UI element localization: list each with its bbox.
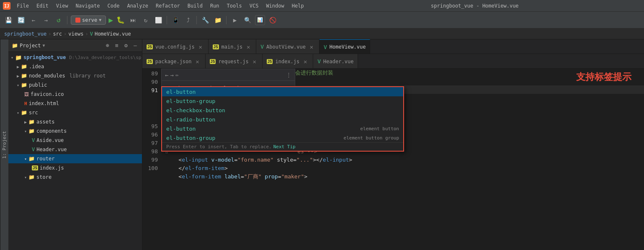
folder-btn[interactable]: 📁	[213, 15, 223, 25]
tab-requestjs-close[interactable]: ✕	[251, 58, 258, 65]
tab-packagejson[interactable]: JS package.json ✕	[142, 54, 206, 69]
settings-btn[interactable]: 🔧	[200, 15, 210, 25]
breadcrumb-project[interactable]: springboot_vue	[4, 31, 46, 37]
tab-mainjs[interactable]: JS main.js ✕	[209, 39, 256, 54]
tab-aboutview[interactable]: V AboutView.vue ✕	[256, 39, 319, 54]
tab-mainjs-close[interactable]: ✕	[245, 44, 252, 50]
tree-item-router[interactable]: ▾ 📁 router	[8, 154, 142, 163]
ac-item-elbuttongroup-desc[interactable]: el-button-group element button group	[162, 133, 403, 142]
search-btn[interactable]: 🔍	[242, 15, 252, 25]
ac-item-elbutton-desc[interactable]: el-button element button	[162, 124, 403, 133]
tree-item-index-html[interactable]: H index.html	[8, 99, 142, 108]
coverage-btn[interactable]: 📊	[255, 15, 265, 25]
gear-icon[interactable]: ⚙	[123, 42, 129, 49]
breadcrumb-views[interactable]: views	[68, 31, 83, 37]
block-btn[interactable]: 🚫	[268, 15, 278, 25]
line-num-96: 96	[142, 131, 158, 139]
scroll-from-source-icon[interactable]: ≡	[113, 42, 120, 49]
line-num-95: 95	[142, 122, 158, 131]
toolbar-sep-3	[196, 16, 197, 24]
project-header-icons: ⊕ ≡ ⚙ —	[104, 42, 139, 49]
tree-item-components[interactable]: ▾ 📁 components	[8, 126, 142, 136]
tree-item-aside[interactable]: V Aside.vue	[8, 136, 142, 145]
back-btn[interactable]: ←	[28, 15, 39, 25]
locate-file-icon[interactable]: ⊕	[104, 42, 111, 49]
folder-icon: 📁	[28, 128, 35, 134]
ac-item-elbuttongroup[interactable]: el-button-group	[162, 96, 403, 106]
doc-popup-nav: ← → ✏	[165, 72, 179, 78]
rerun-btn[interactable]: ↻	[141, 15, 151, 25]
editor-area[interactable]: 89 90 91 95 96 97 98 99 100 后台 Javabean[…	[142, 69, 644, 250]
menu-build[interactable]: Build	[184, 2, 206, 10]
tab-headervue[interactable]: V Header.vue	[313, 54, 358, 69]
tree-root[interactable]: ▾ 📁 springboot_vue D:\Java_developer_too…	[8, 53, 142, 62]
tree-item-favicon[interactable]: 🖼 favicon.ico	[8, 90, 142, 99]
git-btn[interactable]: ⤴	[183, 15, 193, 25]
forward-btn[interactable]: →	[41, 15, 51, 25]
doc-back-btn[interactable]: ←	[165, 72, 168, 78]
tab-homeview[interactable]: V HomeView.vue	[319, 39, 371, 54]
run-button[interactable]: ▶	[108, 15, 113, 24]
tab-aboutview-close[interactable]: ✕	[308, 44, 315, 50]
menu-code[interactable]: Code	[104, 2, 123, 10]
tree-item-idea[interactable]: ▶ 📁 .idea	[8, 62, 142, 71]
save-btn[interactable]: 💾	[3, 15, 13, 25]
tree-item-src[interactable]: ▾ 📁 src	[8, 108, 142, 117]
project-tree: ▾ 📁 springboot_vue D:\Java_developer_too…	[8, 52, 142, 250]
tab-headervue-label: Header.vue	[323, 59, 353, 64]
ac-item-elcheckboxbutton[interactable]: el-checkbox-button	[162, 106, 403, 115]
menu-analyze[interactable]: Analyze	[124, 2, 152, 10]
doc-edit-btn[interactable]: ✏	[175, 72, 179, 78]
collapse-icon: ▾	[24, 175, 27, 180]
toolbar: 💾 🔄 ← → ↺ serve ▼ ▶ 🐛 ⏭ ↻ ⬜ 📱 ⤴ 🔧 📁 ▶ 🔍 …	[0, 12, 644, 28]
tree-item-node-modules[interactable]: ▶ 📁 node_modules library root	[8, 71, 142, 80]
menu-window[interactable]: Window	[263, 2, 287, 10]
menu-refactor[interactable]: Refactor	[152, 2, 183, 10]
tab-indexjs[interactable]: JS index.js ✕	[263, 54, 314, 69]
menu-tools[interactable]: Tools	[224, 2, 245, 10]
debug-button[interactable]: 🐛	[116, 15, 126, 25]
tab-vueconfigjs-close[interactable]: ✕	[197, 44, 204, 50]
tab-requestjs[interactable]: JS request.js ✕	[206, 54, 263, 69]
ac-name-elbutton: el-button	[166, 89, 399, 95]
menu-view[interactable]: View	[53, 2, 72, 10]
menu-help[interactable]: Help	[289, 2, 307, 10]
project-panel-tab[interactable]: 1: Project	[0, 39, 8, 250]
tree-item-store[interactable]: ▾ 📁 store	[8, 173, 142, 182]
tree-item-public[interactable]: ▾ 📁 public	[8, 80, 142, 90]
next-tip-link[interactable]: Next Tip	[273, 144, 296, 149]
stop-btn[interactable]: ⬜	[153, 15, 163, 25]
step-over-btn[interactable]: ⏭	[128, 15, 138, 25]
tree-item-header[interactable]: V Header.vue	[8, 145, 142, 154]
ac-item-elbutton[interactable]: el-button	[162, 87, 403, 96]
menu-vcs[interactable]: VCS	[246, 2, 262, 10]
breadcrumb-file[interactable]: HomeView.vue	[95, 31, 131, 37]
tab-vue-config[interactable]: JS vue.config.js ✕	[142, 39, 209, 54]
dropdown-icon[interactable]: ▼	[43, 43, 45, 48]
minimize-icon[interactable]: —	[132, 42, 139, 49]
undo-btn[interactable]: ↺	[54, 15, 64, 25]
tab-packagejson-close[interactable]: ✕	[194, 58, 201, 65]
serve-button[interactable]: serve ▼	[71, 15, 106, 25]
sync-btn[interactable]: 🔄	[16, 15, 26, 25]
ac-item-elradiobutton[interactable]: el-radio-button	[162, 115, 403, 124]
tab-indexjs-close[interactable]: ✕	[302, 58, 309, 65]
run2-btn[interactable]: ▶	[230, 15, 240, 25]
breadcrumb-src[interactable]: src	[53, 31, 62, 37]
tab-packagejson-label: package.json	[155, 59, 192, 64]
menu-file[interactable]: File	[13, 2, 32, 10]
menu-edit[interactable]: Edit	[33, 2, 52, 10]
root-path: D:\Java_developer_tools\springboot\hsped…	[69, 55, 142, 60]
tree-item-assets[interactable]: ▶ 📁 assets	[8, 117, 142, 126]
menu-navigate[interactable]: Navigate	[72, 2, 103, 10]
tree-item-router-index[interactable]: JS index.js	[8, 163, 142, 173]
breadcrumb-sep-3: ›	[85, 31, 88, 37]
phone-btn[interactable]: 📱	[170, 15, 180, 25]
doc-forward-btn[interactable]: →	[170, 72, 173, 78]
ac-desc-elbuttongroup: element button group	[344, 135, 399, 141]
doc-popup-more-icon[interactable]: ⋮	[286, 72, 291, 78]
collapse-icon: ▾	[17, 111, 19, 115]
menu-run[interactable]: Run	[207, 2, 223, 10]
autocomplete-dropdown[interactable]: el-button el-button-group el-checkbox-bu…	[161, 86, 404, 152]
folder-icon-router: 📁	[28, 156, 35, 162]
